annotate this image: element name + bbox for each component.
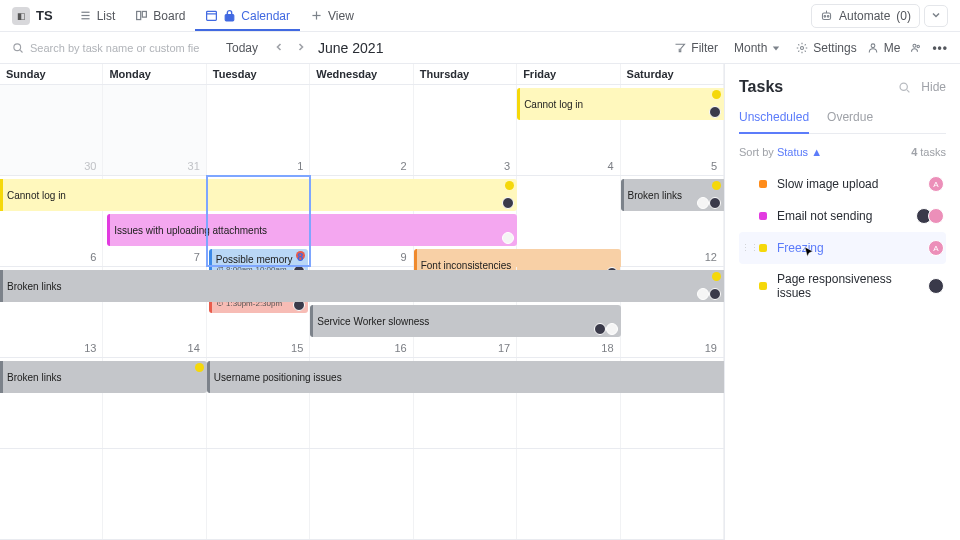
automate-dropdown[interactable] bbox=[924, 5, 948, 27]
filter-icon bbox=[674, 42, 686, 54]
prev-month[interactable] bbox=[268, 39, 290, 57]
week-row: 30 31 1 2 3 4 5 Cannot log in bbox=[0, 85, 724, 176]
avatar bbox=[502, 197, 514, 209]
avatar bbox=[709, 106, 721, 118]
search-icon bbox=[12, 42, 24, 54]
svg-point-19 bbox=[913, 44, 916, 47]
dayhead-sat: Saturday bbox=[621, 64, 724, 84]
task-row[interactable]: ⋮⋮ Freezing A bbox=[739, 232, 946, 264]
day-cell[interactable]: 1 bbox=[207, 85, 310, 175]
avatar bbox=[697, 288, 709, 300]
week-row: 13 14 15 16 17 18 19 Broken links Servic… bbox=[0, 267, 724, 358]
person-icon bbox=[867, 42, 879, 54]
next-month[interactable] bbox=[290, 39, 312, 57]
more-button[interactable]: ••• bbox=[932, 41, 948, 55]
drag-handle[interactable]: ⋮⋮ bbox=[741, 243, 749, 253]
task-count: 4 tasks bbox=[911, 146, 946, 158]
avatar bbox=[502, 232, 514, 244]
cursor-icon bbox=[803, 246, 817, 260]
svg-point-17 bbox=[801, 46, 804, 49]
avatar bbox=[606, 323, 618, 335]
list-icon bbox=[79, 9, 92, 22]
filter-button[interactable]: Filter bbox=[674, 41, 718, 55]
day-cell[interactable]: 2 bbox=[310, 85, 413, 175]
event-uploading[interactable]: Issues with uploading attachments bbox=[107, 214, 517, 246]
day-headers: Sunday Monday Tuesday Wednesday Thursday… bbox=[0, 64, 724, 85]
plus-icon bbox=[310, 9, 323, 22]
chevron-down-icon bbox=[931, 10, 941, 20]
automate-button[interactable]: Automate (0) bbox=[811, 4, 920, 28]
settings-button[interactable]: Settings bbox=[796, 41, 856, 55]
task-row[interactable]: Page responsiveness issues bbox=[739, 264, 946, 308]
avatar bbox=[709, 197, 721, 209]
tab-unscheduled[interactable]: Unscheduled bbox=[739, 110, 809, 134]
month-label: June 2021 bbox=[318, 40, 383, 56]
status-square bbox=[759, 212, 767, 220]
day-cell[interactable]: 3 bbox=[414, 85, 517, 175]
panel-title: Tasks bbox=[739, 78, 783, 96]
avatar: A bbox=[928, 240, 944, 256]
view-list[interactable]: List bbox=[69, 2, 126, 30]
day-cell[interactable] bbox=[207, 449, 310, 539]
event-username[interactable]: Username positioning issues bbox=[207, 361, 724, 393]
status-badge bbox=[712, 90, 721, 99]
tab-overdue[interactable]: Overdue bbox=[827, 110, 873, 133]
workspace-icon[interactable]: ◧ bbox=[12, 7, 30, 25]
add-view[interactable]: View bbox=[300, 2, 364, 30]
gear-icon bbox=[796, 42, 808, 54]
svg-line-15 bbox=[20, 50, 22, 52]
day-cell[interactable] bbox=[517, 449, 620, 539]
svg-point-21 bbox=[900, 83, 907, 90]
tasks-panel: Tasks Hide Unscheduled Overdue Sort by S… bbox=[725, 64, 960, 540]
hide-button[interactable]: Hide bbox=[921, 80, 946, 94]
event-broken-links[interactable]: Broken links bbox=[0, 270, 724, 302]
calendar-icon bbox=[205, 9, 218, 22]
day-cell[interactable] bbox=[621, 449, 724, 539]
day-cell[interactable]: 30 bbox=[0, 85, 103, 175]
day-cell[interactable] bbox=[310, 449, 413, 539]
event-cannot-login[interactable]: Cannot log in bbox=[517, 88, 724, 120]
week-row: Broken links Username positioning issues bbox=[0, 358, 724, 449]
status-square bbox=[759, 282, 767, 290]
caret-down-icon bbox=[772, 44, 780, 52]
robot-icon bbox=[820, 9, 833, 22]
day-cell-selected[interactable]: 8 bbox=[207, 176, 310, 266]
chevron-left-icon bbox=[274, 42, 284, 52]
day-cell[interactable] bbox=[0, 449, 103, 539]
status-badge bbox=[712, 272, 721, 281]
search-icon[interactable] bbox=[898, 81, 911, 94]
people-icon bbox=[910, 42, 922, 54]
svg-point-20 bbox=[917, 45, 919, 47]
event-sw-slowness[interactable]: Service Worker slowness bbox=[310, 305, 620, 337]
svg-point-11 bbox=[824, 16, 826, 18]
avatar: A bbox=[928, 176, 944, 192]
avatar bbox=[594, 323, 606, 335]
svg-rect-3 bbox=[137, 11, 141, 19]
range-select[interactable]: Month bbox=[734, 41, 780, 55]
board-icon bbox=[135, 9, 148, 22]
view-board[interactable]: Board bbox=[125, 2, 195, 30]
task-row[interactable]: Email not sending bbox=[739, 200, 946, 232]
day-cell[interactable] bbox=[414, 449, 517, 539]
lock-icon bbox=[223, 9, 236, 22]
view-calendar[interactable]: Calendar bbox=[195, 2, 300, 31]
today-button[interactable]: Today bbox=[216, 37, 268, 59]
dayhead-thu: Thursday bbox=[414, 64, 517, 84]
assignee-button[interactable] bbox=[910, 42, 922, 54]
avatar bbox=[697, 197, 709, 209]
event-broken-links[interactable]: Broken links bbox=[621, 179, 724, 211]
avatar bbox=[709, 288, 721, 300]
sort-value[interactable]: Status ▲ bbox=[777, 146, 822, 158]
status-badge bbox=[195, 363, 204, 372]
svg-marker-16 bbox=[773, 46, 779, 50]
day-cell[interactable]: 31 bbox=[103, 85, 206, 175]
event-broken-links[interactable]: Broken links bbox=[0, 361, 207, 393]
me-button[interactable]: Me bbox=[867, 41, 901, 55]
task-row[interactable]: Slow image upload A bbox=[739, 168, 946, 200]
svg-point-12 bbox=[827, 16, 829, 18]
day-cell[interactable] bbox=[103, 449, 206, 539]
week-row bbox=[0, 449, 724, 540]
workspace-code[interactable]: TS bbox=[36, 8, 53, 23]
search-input[interactable] bbox=[30, 42, 200, 54]
status-square bbox=[759, 244, 767, 252]
